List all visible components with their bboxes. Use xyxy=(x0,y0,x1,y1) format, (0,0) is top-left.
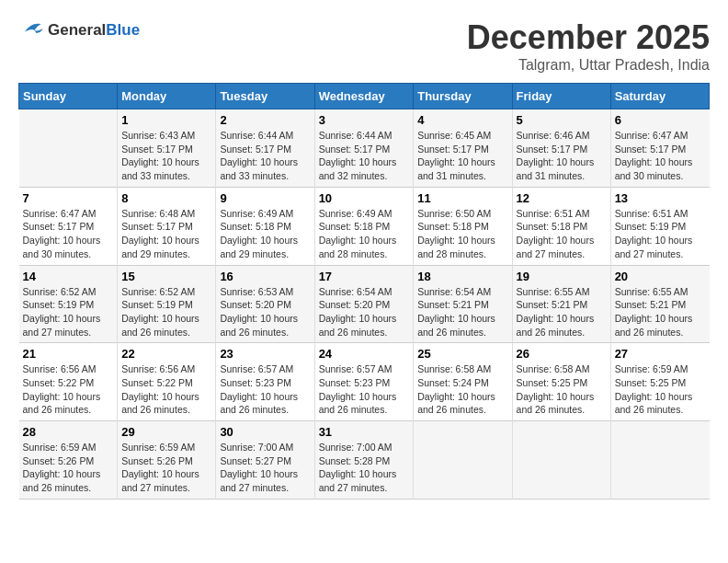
day-number: 16 xyxy=(220,270,310,283)
day-info: Sunrise: 6:50 AMSunset: 5:18 PMDaylight:… xyxy=(417,207,507,261)
calendar-cell: 2Sunrise: 6:44 AMSunset: 5:17 PMDaylight… xyxy=(216,109,314,188)
calendar-cell: 27Sunrise: 6:59 AMSunset: 5:25 PMDayligh… xyxy=(610,343,709,421)
calendar-table: SundayMondayTuesdayWednesdayThursdayFrid… xyxy=(18,83,710,500)
location-title: Talgram, Uttar Pradesh, India xyxy=(467,57,710,74)
calendar-cell: 31Sunrise: 7:00 AMSunset: 5:28 PMDayligh… xyxy=(314,421,414,500)
title-area: December 2025 Talgram, Uttar Pradesh, In… xyxy=(467,18,710,74)
day-info: Sunrise: 6:55 AMSunset: 5:21 PMDaylight:… xyxy=(517,285,607,339)
weekday-header-thursday: Thursday xyxy=(414,84,512,109)
calendar-cell: 4Sunrise: 6:45 AMSunset: 5:17 PMDaylight… xyxy=(414,109,512,188)
day-number: 19 xyxy=(517,270,607,283)
day-info: Sunrise: 6:47 AMSunset: 5:17 PMDaylight:… xyxy=(23,207,114,261)
day-info: Sunrise: 6:57 AMSunset: 5:23 PMDaylight:… xyxy=(220,362,310,417)
calendar-cell: 18Sunrise: 6:54 AMSunset: 5:21 PMDayligh… xyxy=(414,265,512,343)
calendar-cell: 26Sunrise: 6:58 AMSunset: 5:25 PMDayligh… xyxy=(512,343,610,421)
day-info: Sunrise: 6:58 AMSunset: 5:25 PMDaylight:… xyxy=(517,362,607,417)
weekday-header-wednesday: Wednesday xyxy=(314,84,414,109)
day-number: 24 xyxy=(319,347,410,361)
calendar-cell: 9Sunrise: 6:49 AMSunset: 5:18 PMDaylight… xyxy=(216,187,314,265)
day-number: 4 xyxy=(417,113,507,127)
day-info: Sunrise: 6:51 AMSunset: 5:18 PMDaylight:… xyxy=(517,207,607,261)
calendar-cell: 22Sunrise: 6:56 AMSunset: 5:22 PMDayligh… xyxy=(118,343,216,421)
day-info: Sunrise: 6:43 AMSunset: 5:17 PMDaylight:… xyxy=(121,129,211,183)
calendar-cell: 11Sunrise: 6:50 AMSunset: 5:18 PMDayligh… xyxy=(414,187,512,265)
day-info: Sunrise: 6:48 AMSunset: 5:17 PMDaylight:… xyxy=(121,207,211,261)
day-number: 5 xyxy=(517,113,607,127)
day-info: Sunrise: 6:52 AMSunset: 5:19 PMDaylight:… xyxy=(121,285,211,339)
calendar-week-row: 14Sunrise: 6:52 AMSunset: 5:19 PMDayligh… xyxy=(19,265,710,343)
day-info: Sunrise: 7:00 AMSunset: 5:27 PMDaylight:… xyxy=(220,441,310,495)
calendar-cell: 20Sunrise: 6:55 AMSunset: 5:21 PMDayligh… xyxy=(610,265,709,343)
day-number: 27 xyxy=(615,347,706,361)
calendar-cell: 14Sunrise: 6:52 AMSunset: 5:19 PMDayligh… xyxy=(19,265,118,343)
day-info: Sunrise: 6:49 AMSunset: 5:18 PMDaylight:… xyxy=(319,207,410,261)
day-info: Sunrise: 6:45 AMSunset: 5:17 PMDaylight:… xyxy=(417,129,507,183)
calendar-cell xyxy=(414,421,512,500)
calendar-cell: 7Sunrise: 6:47 AMSunset: 5:17 PMDaylight… xyxy=(19,187,118,265)
logo-general: General xyxy=(48,21,106,39)
calendar-cell: 13Sunrise: 6:51 AMSunset: 5:19 PMDayligh… xyxy=(610,187,709,265)
day-number: 13 xyxy=(615,191,706,205)
day-number: 20 xyxy=(615,270,706,283)
calendar-cell: 8Sunrise: 6:48 AMSunset: 5:17 PMDaylight… xyxy=(118,187,216,265)
calendar-cell: 15Sunrise: 6:52 AMSunset: 5:19 PMDayligh… xyxy=(118,265,216,343)
calendar-cell: 30Sunrise: 7:00 AMSunset: 5:27 PMDayligh… xyxy=(216,421,314,500)
day-info: Sunrise: 6:54 AMSunset: 5:20 PMDaylight:… xyxy=(319,285,410,339)
day-info: Sunrise: 6:53 AMSunset: 5:20 PMDaylight:… xyxy=(220,285,310,339)
day-number: 10 xyxy=(319,191,410,205)
day-number: 15 xyxy=(121,270,211,283)
day-number: 31 xyxy=(319,425,410,439)
day-number: 29 xyxy=(121,425,211,439)
day-info: Sunrise: 6:47 AMSunset: 5:17 PMDaylight:… xyxy=(615,129,706,183)
day-number: 12 xyxy=(517,191,607,205)
logo-blue: Blue xyxy=(106,21,140,39)
day-number: 7 xyxy=(23,191,114,205)
day-info: Sunrise: 6:49 AMSunset: 5:18 PMDaylight:… xyxy=(220,207,310,261)
calendar-week-row: 21Sunrise: 6:56 AMSunset: 5:22 PMDayligh… xyxy=(19,343,710,421)
day-info: Sunrise: 6:44 AMSunset: 5:17 PMDaylight:… xyxy=(220,129,310,183)
calendar-cell: 17Sunrise: 6:54 AMSunset: 5:20 PMDayligh… xyxy=(314,265,414,343)
day-number: 23 xyxy=(220,347,310,361)
day-info: Sunrise: 6:56 AMSunset: 5:22 PMDaylight:… xyxy=(23,362,114,417)
day-number: 18 xyxy=(417,270,507,283)
day-number: 17 xyxy=(319,270,410,283)
day-info: Sunrise: 6:55 AMSunset: 5:21 PMDaylight:… xyxy=(615,285,706,339)
weekday-header-sunday: Sunday xyxy=(19,84,118,109)
day-info: Sunrise: 6:57 AMSunset: 5:23 PMDaylight:… xyxy=(319,362,410,417)
day-info: Sunrise: 6:44 AMSunset: 5:17 PMDaylight:… xyxy=(319,129,410,183)
calendar-week-row: 1Sunrise: 6:43 AMSunset: 5:17 PMDaylight… xyxy=(19,109,710,188)
weekday-header-row: SundayMondayTuesdayWednesdayThursdayFrid… xyxy=(19,84,710,109)
weekday-header-saturday: Saturday xyxy=(610,84,709,109)
calendar-cell: 28Sunrise: 6:59 AMSunset: 5:26 PMDayligh… xyxy=(19,421,118,500)
logo-icon xyxy=(18,18,44,42)
day-number: 26 xyxy=(517,347,607,361)
calendar-cell: 24Sunrise: 6:57 AMSunset: 5:23 PMDayligh… xyxy=(314,343,414,421)
header: GeneralBlue December 2025 Talgram, Uttar… xyxy=(18,18,710,74)
day-info: Sunrise: 6:58 AMSunset: 5:24 PMDaylight:… xyxy=(417,362,507,417)
day-number: 8 xyxy=(121,191,211,205)
day-info: Sunrise: 6:59 AMSunset: 5:26 PMDaylight:… xyxy=(121,441,211,495)
day-info: Sunrise: 6:52 AMSunset: 5:19 PMDaylight:… xyxy=(23,285,114,339)
day-number: 1 xyxy=(121,113,211,127)
calendar-week-row: 28Sunrise: 6:59 AMSunset: 5:26 PMDayligh… xyxy=(19,421,710,500)
logo: GeneralBlue xyxy=(18,18,140,42)
day-number: 22 xyxy=(121,347,211,361)
day-number: 25 xyxy=(417,347,507,361)
day-number: 2 xyxy=(220,113,310,127)
calendar-week-row: 7Sunrise: 6:47 AMSunset: 5:17 PMDaylight… xyxy=(19,187,710,265)
day-info: Sunrise: 6:56 AMSunset: 5:22 PMDaylight:… xyxy=(121,362,211,417)
logo-text: GeneralBlue xyxy=(48,21,140,40)
calendar-cell: 19Sunrise: 6:55 AMSunset: 5:21 PMDayligh… xyxy=(512,265,610,343)
day-info: Sunrise: 6:46 AMSunset: 5:17 PMDaylight:… xyxy=(517,129,607,183)
calendar-cell: 25Sunrise: 6:58 AMSunset: 5:24 PMDayligh… xyxy=(414,343,512,421)
calendar-cell: 1Sunrise: 6:43 AMSunset: 5:17 PMDaylight… xyxy=(118,109,216,188)
day-info: Sunrise: 6:54 AMSunset: 5:21 PMDaylight:… xyxy=(417,285,507,339)
calendar-cell: 12Sunrise: 6:51 AMSunset: 5:18 PMDayligh… xyxy=(512,187,610,265)
day-info: Sunrise: 7:00 AMSunset: 5:28 PMDaylight:… xyxy=(319,441,410,495)
calendar-cell xyxy=(610,421,709,500)
day-number: 11 xyxy=(417,191,507,205)
day-number: 28 xyxy=(23,425,114,439)
weekday-header-monday: Monday xyxy=(118,84,216,109)
day-info: Sunrise: 6:51 AMSunset: 5:19 PMDaylight:… xyxy=(615,207,706,261)
calendar-cell: 10Sunrise: 6:49 AMSunset: 5:18 PMDayligh… xyxy=(314,187,414,265)
